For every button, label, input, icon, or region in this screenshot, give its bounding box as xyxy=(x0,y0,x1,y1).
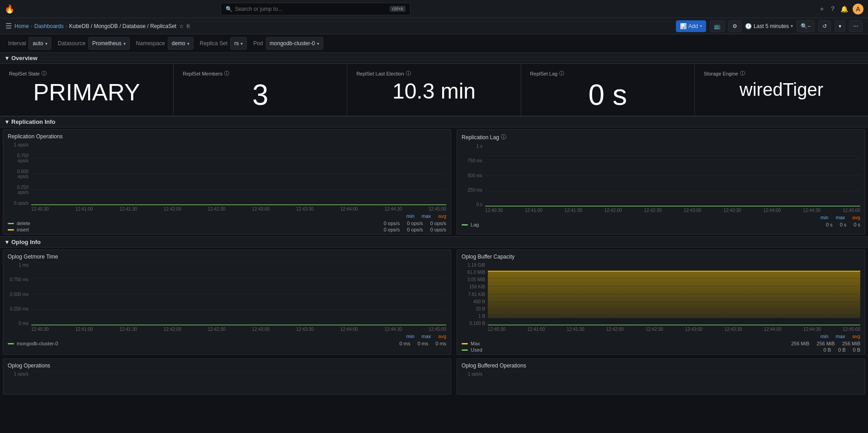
oplog-charts-row: Oplog Getmore Time 1 ms 0.750 ms 0.500 m… xyxy=(0,248,868,357)
oplog-section-header[interactable]: ▾ Oplog Info xyxy=(0,236,868,248)
namespace-select[interactable]: demo ▾ xyxy=(168,37,193,50)
insert-max: 0 ops/s xyxy=(407,227,423,232)
interval-label: Interval xyxy=(5,40,28,47)
breadcrumb-current: KubeDB / MongoDB / Database / ReplicaSet xyxy=(69,23,176,29)
insert-min: 0 ops/s xyxy=(384,227,400,232)
replicaset-control: Replica Set rs ▾ xyxy=(197,37,247,50)
used-legend-label: Used xyxy=(471,347,482,353)
delete-avg: 0 ops/s xyxy=(430,221,446,226)
avatar[interactable]: A xyxy=(853,4,863,14)
namespace-value: demo xyxy=(172,40,185,47)
breadcrumb-home[interactable]: Home xyxy=(14,23,29,29)
lag-max: 0 s xyxy=(840,222,847,227)
stat-storage-engine-info-icon[interactable]: ⓘ xyxy=(740,70,745,77)
lag-y-2: 500 ms xyxy=(462,173,482,178)
star-icon[interactable]: ☆ xyxy=(179,23,184,29)
tv-button[interactable]: 📺 xyxy=(710,20,725,32)
more-button[interactable]: ⋯ xyxy=(849,20,863,32)
top-bar-right: ＋ ？ 🔔 A xyxy=(819,4,863,14)
replication-lag-legend: min max avg Lag 0 s 0 s 0 s xyxy=(462,215,860,227)
refresh-button[interactable]: ↺ xyxy=(818,20,831,32)
datasource-select[interactable]: Prometheus ▾ xyxy=(88,37,130,50)
getmore-legend-label: mongodb-cluster-0 xyxy=(17,341,58,346)
clock-icon: 🕐 xyxy=(745,23,752,29)
pod-label: Pod xyxy=(250,40,265,47)
interval-select[interactable]: auto ▾ xyxy=(28,37,51,50)
legend-row-max: Max 256 MiB 256 MiB 256 MiB xyxy=(462,341,860,346)
settings-button[interactable]: ⚙ xyxy=(728,20,741,32)
datasource-value: Prometheus xyxy=(92,40,122,47)
namespace-control: Namespace demo ▾ xyxy=(133,37,193,50)
stat-replset-election-info-icon[interactable]: ⓘ xyxy=(406,70,411,77)
share-icon[interactable]: ⎘ xyxy=(187,23,190,29)
y-label-4: 0 ops/s xyxy=(8,201,28,206)
delete-legend-label: delete xyxy=(17,221,30,226)
hamburger-icon[interactable]: ☰ xyxy=(5,22,12,30)
stat-replset-members-info-icon[interactable]: ⓘ xyxy=(224,70,229,77)
datasource-chevron: ▾ xyxy=(123,41,126,46)
replication-lag-info-icon[interactable]: ⓘ xyxy=(501,133,506,141)
stat-replset-state-info-icon[interactable]: ⓘ xyxy=(42,70,47,77)
oplog-buffer-svg xyxy=(488,263,860,326)
getmore-avg: 0 ms xyxy=(435,341,446,346)
replicaset-select[interactable]: rs ▾ xyxy=(230,37,247,50)
replication-lag-x-axis: 12:40:30 12:41:00 12:41:30 12:42:00 12:4… xyxy=(485,208,860,213)
oplog-buffer-panel: Oplog Buffer Capacity 1.19 GiB 61.0 MiB … xyxy=(457,249,865,355)
add-label: Add xyxy=(689,23,698,29)
lag-avg: 0 s xyxy=(854,222,860,227)
refresh-options-button[interactable]: ▾ xyxy=(835,20,845,32)
max-min: 256 MiB xyxy=(791,341,809,346)
y-label-3: 0.250 ops/s xyxy=(8,185,28,195)
add-button[interactable]: 📊 Add ▾ xyxy=(676,20,706,32)
time-range-label: Last 5 minutes xyxy=(754,23,789,29)
add-chevron: ▾ xyxy=(700,24,702,28)
question-icon[interactable]: ？ xyxy=(830,5,836,13)
stat-replset-election-value: 10.3 min xyxy=(356,80,511,102)
pod-select[interactable]: mongodb-cluster-0 ▾ xyxy=(266,37,323,50)
oplog-collapse-icon: ▾ xyxy=(5,239,9,245)
toolbar: Interval auto ▾ Datasource Prometheus ▾ … xyxy=(0,34,868,52)
search-kbd: ctrl+k xyxy=(390,6,405,12)
app-logo: 🔥 xyxy=(5,4,14,14)
legend-row-lag: Lag 0 s 0 s 0 s xyxy=(462,222,860,227)
oplog-getmore-x-axis: 12:40:30 12:41:00 12:41:30 12:42:00 12:4… xyxy=(31,327,446,332)
search-input[interactable] xyxy=(235,6,387,12)
replication-section-header[interactable]: ▾ Replication Info xyxy=(0,116,868,127)
replication-lag-title: Replication Lag ⓘ xyxy=(462,133,860,141)
breadcrumb-dashboards[interactable]: Dashboards xyxy=(34,23,64,29)
y-label-2: 0.500 ops/s xyxy=(8,169,28,179)
plus-icon[interactable]: ＋ xyxy=(819,5,825,13)
legend-row-used: Used 0 B 0 B 0 B xyxy=(462,347,860,353)
pod-chevron: ▾ xyxy=(317,41,319,46)
interval-chevron: ▾ xyxy=(45,41,47,46)
oplog-buffered-panel: Oplog Buffered Operations 1 ops/s xyxy=(457,358,865,395)
replication-lag-svg xyxy=(485,144,860,207)
oplog-bottom-charts-row: Oplog Operations 1 ops/s Oplog Buffered … xyxy=(0,357,868,396)
lag-legend-label: Lag xyxy=(471,222,479,227)
oplog-buffer-title: Oplog Buffer Capacity xyxy=(462,254,860,260)
stat-replset-state-title: ReplSet State xyxy=(9,71,40,76)
legend-row-getmore: mongodb-cluster-0 0 ms 0 ms 0 ms xyxy=(8,341,446,346)
replication-ops-panel: Replication Operations 1 ops/s 0.750 ops… xyxy=(3,129,451,235)
overview-section-header[interactable]: ▾ Overview xyxy=(0,52,868,64)
bell-icon[interactable]: 🔔 xyxy=(840,5,848,13)
lag-legend-dot xyxy=(462,224,468,226)
search-box[interactable]: 🔍 ctrl+k xyxy=(221,3,410,15)
oplog-getmore-panel: Oplog Getmore Time 1 ms 0.750 ms 0.500 m… xyxy=(3,249,451,355)
pod-value: mongodb-cluster-0 xyxy=(270,40,315,47)
time-range-picker[interactable]: 🕐 Last 5 minutes ▾ xyxy=(745,23,793,29)
zoom-out-button[interactable]: 🔍− xyxy=(797,20,815,32)
oplog-buffer-x-axis: 12:40:30 12:41:00 12:41:30 12:42:00 12:4… xyxy=(488,327,860,332)
replicaset-label: Replica Set xyxy=(197,40,230,47)
legend-row-insert: insert 0 ops/s 0 ops/s 0 ops/s xyxy=(8,227,446,232)
stat-replset-members-title: ReplSet Members xyxy=(183,71,222,76)
stat-replset-lag-info-icon[interactable]: ⓘ xyxy=(559,70,564,77)
getmore-min: 0 ms xyxy=(400,341,410,346)
interval-value: auto xyxy=(33,40,43,47)
lag-y-3: 250 ms xyxy=(462,188,482,193)
nav-bar: ☰ Home › Dashboards › KubeDB / MongoDB /… xyxy=(0,18,868,34)
replication-ops-svg xyxy=(31,142,446,206)
breadcrumb-sep-1: › xyxy=(31,23,33,29)
oplog-getmore-title: Oplog Getmore Time xyxy=(8,254,446,260)
datasource-control: Datasource Prometheus ▾ xyxy=(55,37,130,50)
